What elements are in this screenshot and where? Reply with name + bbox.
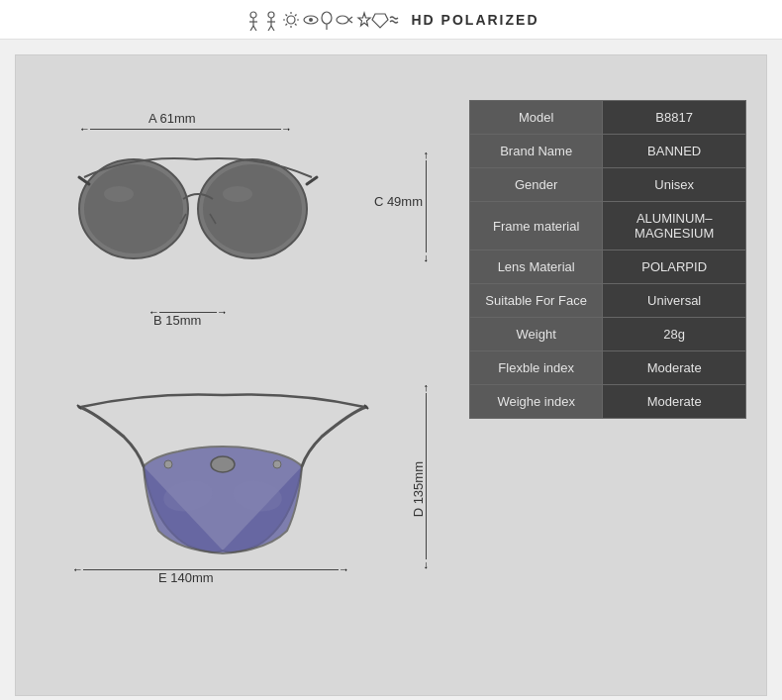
dim-d-label: D 135mm [411, 461, 426, 517]
svg-line-3 [250, 26, 253, 31]
spec-label-0: Model [470, 101, 603, 135]
specs-row-0: ModelB8817 [470, 101, 746, 135]
svg-line-18 [285, 24, 287, 26]
specs-row-6: Weight28g [470, 318, 746, 351]
svg-line-8 [268, 26, 271, 31]
top-bar: HD POLARIZED [0, 0, 782, 40]
spec-value-4: POLARPID [603, 250, 746, 284]
specs-section: ModelB8817Brand NameBANNEDGenderUnisexFr… [469, 75, 746, 675]
svg-line-35 [307, 177, 317, 184]
svg-point-0 [250, 12, 256, 18]
specs-table: ModelB8817Brand NameBANNEDGenderUnisexFr… [469, 100, 746, 419]
spec-value-7: Moderate [603, 351, 746, 385]
svg-point-36 [104, 186, 134, 202]
specs-row-1: Brand NameBANNED [470, 135, 746, 168]
dim-e-label: E 140mm [158, 570, 214, 585]
spec-value-2: Unisex [603, 168, 746, 202]
top-bar-content: HD POLARIZED [244, 9, 539, 31]
spec-label-6: Weight [470, 318, 603, 351]
spec-value-3: ALUMINUM–MAGNESIUM [603, 202, 746, 250]
spec-value-5: Universal [603, 284, 746, 318]
dim-b-label: B 15mm [153, 313, 201, 328]
specs-row-2: GenderUnisex [470, 168, 746, 202]
spec-value-8: Moderate [603, 385, 746, 419]
spec-label-8: Weighe index [470, 385, 603, 419]
glasses-top-svg [69, 377, 376, 595]
svg-point-37 [223, 186, 252, 202]
svg-line-16 [295, 24, 297, 26]
svg-line-38 [77, 405, 81, 409]
glasses-front-svg [69, 140, 327, 298]
svg-point-43 [164, 460, 172, 468]
bottom-glasses-area: ← → E 140mm ↑ ↓ D 135mm [36, 352, 449, 630]
main-container: ← → A 61mm [15, 54, 767, 696]
svg-marker-26 [358, 13, 370, 26]
dim-a-label: A 61mm [148, 111, 196, 126]
spec-label-5: Suitable For Face [470, 284, 603, 318]
svg-point-20 [309, 18, 313, 22]
specs-row-4: Lens MaterialPOLARPID [470, 250, 746, 284]
spec-value-0: B8817 [603, 101, 746, 135]
svg-point-23 [337, 16, 348, 24]
svg-line-9 [271, 26, 274, 31]
dim-c-label: C 49mm [374, 194, 423, 209]
svg-line-17 [295, 14, 297, 16]
hd-polarized-label: HD POLARIZED [412, 12, 539, 28]
specs-row-5: Suitable For FaceUniversal [470, 284, 746, 318]
top-glasses-area: ← → A 61mm [36, 75, 449, 352]
dim-c-arrow: ↑ ↓ [424, 150, 430, 263]
svg-point-10 [287, 16, 295, 24]
svg-point-44 [273, 460, 281, 468]
specs-row-7: Flexble indexModerate [470, 351, 746, 385]
spec-label-7: Flexble index [470, 351, 603, 385]
polarized-icons [244, 9, 402, 31]
diagram-section: ← → A 61mm [36, 75, 449, 675]
spec-label-3: Frame material [470, 202, 603, 250]
spec-value-1: BANNED [603, 135, 746, 168]
svg-line-15 [285, 14, 287, 16]
svg-point-42 [211, 456, 235, 472]
spec-label-1: Brand Name [470, 135, 603, 168]
spec-label-4: Lens Material [470, 250, 603, 284]
svg-point-5 [268, 12, 274, 18]
svg-marker-27 [372, 14, 388, 28]
svg-point-21 [322, 12, 332, 24]
svg-line-4 [253, 26, 256, 31]
svg-line-24 [348, 17, 352, 20]
svg-point-31 [203, 164, 302, 253]
specs-row-3: Frame materialALUMINUM–MAGNESIUM [470, 202, 746, 250]
svg-line-25 [348, 20, 352, 23]
specs-row-8: Weighe indexModerate [470, 385, 746, 419]
spec-label-2: Gender [470, 168, 603, 202]
spec-value-6: 28g [603, 318, 746, 351]
svg-point-29 [84, 164, 183, 253]
